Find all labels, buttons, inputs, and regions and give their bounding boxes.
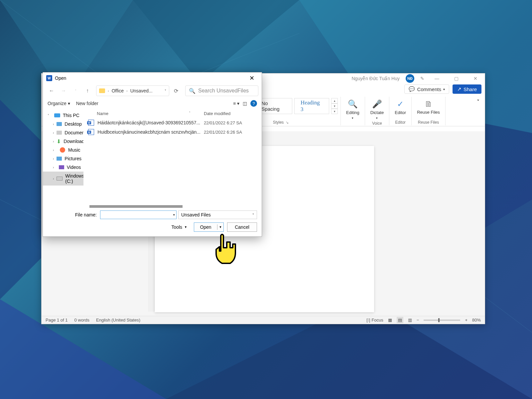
tree-desktop[interactable]: ›Desktop [43, 120, 83, 128]
maximize-button[interactable]: ▢ [450, 74, 463, 83]
editor-button[interactable]: ✓ Editor [392, 98, 409, 116]
page-indicator[interactable]: Page 1 of 1 [46, 318, 68, 323]
dialog-footer: File name: ▾ Unsaved Files ˅ Tools▼ Open… [43, 208, 262, 236]
comment-icon: 💬 [409, 86, 415, 92]
file-type-filter[interactable]: Unsaved Files ˅ [178, 210, 257, 219]
web-layout-icon[interactable]: ▥ [408, 318, 412, 323]
share-button[interactable]: ↗ Share [453, 84, 481, 94]
file-name-label: File name: [48, 212, 97, 217]
share-icon: ↗ [457, 86, 462, 92]
tree-this-pc[interactable]: ˅This PC [43, 111, 83, 120]
read-mode-icon[interactable]: ▦ [388, 318, 392, 323]
dialog-title: Open [55, 75, 66, 81]
dialog-titlebar: W Open ✕ [43, 72, 262, 84]
styles-launcher-icon[interactable]: ↘ [286, 120, 289, 125]
search-icon: 🔍 [189, 88, 196, 94]
tree-music[interactable]: ›Music [43, 146, 83, 154]
word-file-icon [88, 129, 94, 135]
comments-button[interactable]: 💬 Comments ▾ [404, 84, 449, 94]
ribbon-collapse-icon[interactable]: ˅ [475, 97, 481, 107]
language-indicator[interactable]: English (United States) [96, 318, 140, 323]
close-button[interactable]: ✕ [469, 74, 482, 83]
coming-soon-icon[interactable]: ✎ [420, 76, 424, 81]
column-headers[interactable]: Name ˄ Date modified [83, 109, 262, 118]
word-count[interactable]: 0 words [74, 318, 90, 323]
dictate-button[interactable]: 🎤 Dictate ▾ [368, 98, 386, 121]
print-layout-icon[interactable]: ▤ [397, 317, 403, 323]
tools-menu[interactable]: Tools▼ [171, 224, 187, 230]
word-app-icon: W [46, 75, 52, 81]
open-button[interactable]: Open ▼ [194, 222, 224, 232]
style-scroll-down[interactable]: ▾ [331, 103, 338, 109]
focus-icon: [⁝] [366, 318, 370, 323]
help-icon[interactable]: ? [250, 100, 257, 107]
reuse-files-group: 🗎 Reuse Files Reuse Files [412, 97, 446, 125]
nav-forward-button[interactable]: → [58, 86, 69, 96]
horizontal-scrollbar[interactable] [89, 205, 183, 208]
chevron-down-icon[interactable]: ˅ [165, 89, 166, 93]
editing-button[interactable]: 🔍 Editing ▾ [343, 98, 362, 121]
reuse-files-button[interactable]: 🗎 Reuse Files [414, 98, 443, 116]
tree-videos[interactable]: ›Videos [43, 163, 83, 172]
zoom-level[interactable]: 80% [472, 318, 481, 323]
chevron-down-icon: ▾ [352, 116, 353, 120]
folder-tree: ˅This PC ›Desktop ›Documents ›⬇Downloads… [43, 109, 83, 208]
editor-group: ✓ Editor Editor [389, 97, 412, 125]
new-folder-button[interactable]: New folder [76, 101, 98, 106]
dialog-toolbar: Organize ▾ New folder ≡ ▾ ◫ ? [43, 98, 262, 109]
nav-recent-chevron[interactable]: ˅ [70, 86, 81, 96]
status-bar: Page 1 of 1 0 words English (United Stat… [42, 316, 485, 324]
microphone-icon: 🎤 [372, 99, 382, 109]
file-list-area: Name ˄ Date modified Háidáotcnjkánkcácsj… [83, 109, 262, 208]
refresh-button[interactable]: ⟳ [171, 86, 181, 96]
svg-marker-1 [133, 0, 299, 83]
word-file-icon [88, 120, 94, 126]
nav-up-button[interactable]: ↑ [82, 86, 93, 96]
organize-menu[interactable]: Organize ▾ [48, 101, 70, 106]
col-name[interactable]: Name [88, 111, 189, 116]
chevron-right-icon: › [108, 89, 109, 93]
zoom-slider[interactable] [424, 320, 460, 321]
tree-pictures[interactable]: ›Pictures [43, 154, 83, 163]
pointing-hand-cursor [209, 233, 243, 271]
view-options-button[interactable]: ≡ ▾ [233, 101, 239, 106]
reuse-files-icon: 🗎 [425, 99, 433, 109]
chevron-down-icon: ˅ [252, 213, 254, 217]
tree-c-drive[interactable]: ›Windows (C:) [43, 172, 83, 186]
open-split-dropdown[interactable]: ▼ [217, 225, 223, 229]
address-breadcrumb[interactable]: › Office › Unsaved... ˅ [96, 85, 169, 96]
editing-group: 🔍 Editing ▾ [341, 97, 365, 125]
search-icon: 🔍 [348, 99, 358, 109]
user-avatar[interactable]: NĐ [406, 74, 414, 83]
focus-mode-button[interactable]: [⁝]Focus [366, 318, 383, 323]
col-date[interactable]: Date modified [204, 111, 257, 116]
user-name: Nguyễn Đức Tuấn Huy [352, 76, 400, 81]
chevron-down-icon: ▾ [376, 116, 378, 120]
chevron-right-icon: › [126, 89, 128, 93]
dialog-close-button[interactable]: ✕ [245, 74, 258, 82]
search-input[interactable]: 🔍 Search UnsavedFiles [185, 85, 258, 96]
style-gallery-expand[interactable]: ▾ [331, 109, 338, 114]
folder-icon [99, 88, 105, 93]
zoom-out-button[interactable]: − [417, 318, 419, 323]
editor-icon: ✓ [397, 99, 404, 109]
sort-indicator-icon: ˄ [189, 111, 191, 116]
voice-group: 🎤 Dictate ▾ Voice [365, 97, 389, 125]
open-file-dialog: W Open ✕ ← → ˅ ↑ › Office › Unsaved... ˅… [43, 72, 262, 237]
style-heading-3[interactable]: Heading 3 [294, 98, 329, 114]
cancel-button[interactable]: Cancel [227, 222, 257, 232]
file-row[interactable]: Huidbceiucnjkánucineakcbhzjcnám scnzxvhc… [83, 127, 262, 137]
tree-documents[interactable]: ›Documents [43, 128, 83, 137]
tree-downloads[interactable]: ›⬇Downloads [43, 137, 83, 146]
style-gallery-scroll: ▴ ▾ ▾ [331, 98, 338, 114]
zoom-in-button[interactable]: + [465, 318, 467, 323]
minimize-button[interactable]: — [430, 74, 444, 83]
filename-dropdown-icon[interactable]: ▾ [173, 213, 175, 216]
chevron-down-icon: ▾ [443, 87, 445, 91]
preview-pane-button[interactable]: ◫ [243, 101, 247, 106]
file-row[interactable]: Háidáotcnjkánkcácsjk((Unsaved-3093692105… [83, 118, 262, 127]
nav-back-button[interactable]: ← [46, 86, 57, 96]
dialog-nav-bar: ← → ˅ ↑ › Office › Unsaved... ˅ ⟳ 🔍 Sear… [43, 84, 262, 98]
style-scroll-up[interactable]: ▴ [331, 98, 338, 103]
file-name-input[interactable] [100, 210, 177, 219]
